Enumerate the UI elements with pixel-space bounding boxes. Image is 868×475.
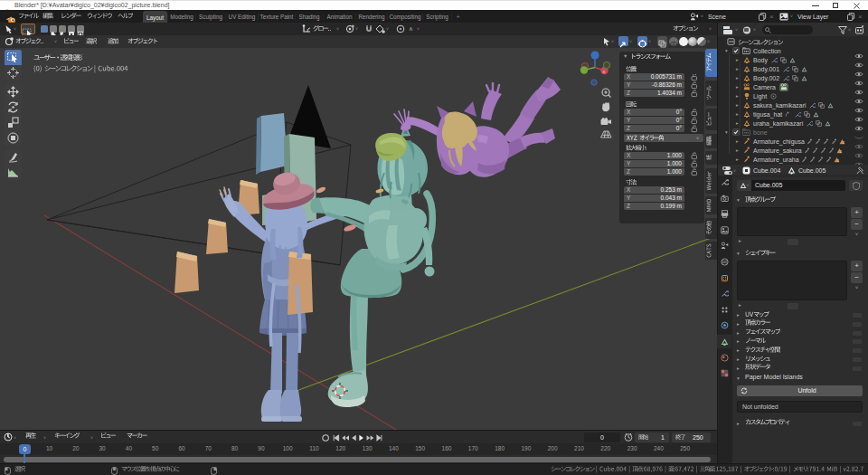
svg-text:2: 2 — [840, 150, 842, 154]
svg-text:x: x — [603, 69, 606, 74]
svg-text:2: 2 — [843, 141, 844, 145]
svg-text:2: 2 — [837, 159, 839, 163]
